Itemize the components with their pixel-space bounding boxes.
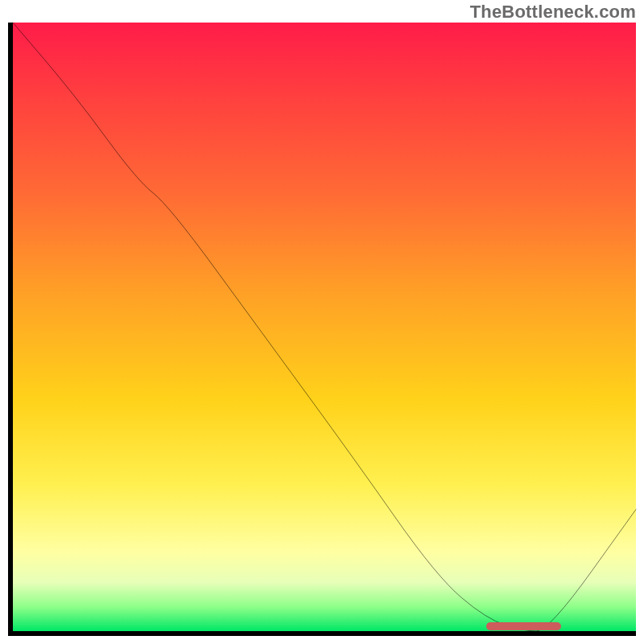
attribution-label: TheBottleneck.com <box>470 2 636 23</box>
plot-area <box>8 23 636 636</box>
trough-marker <box>486 622 561 630</box>
bottleneck-curve <box>13 23 636 631</box>
chart-container: TheBottleneck.com <box>0 0 644 644</box>
